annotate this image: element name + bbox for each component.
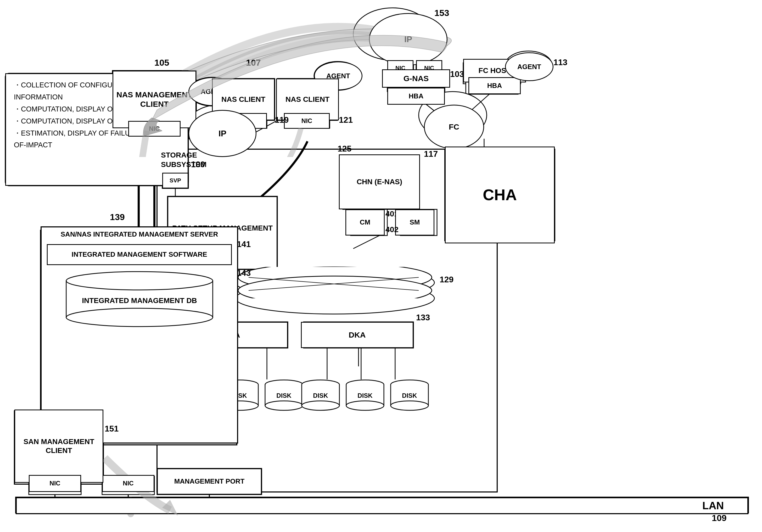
disk-3-svg: DISK	[264, 379, 304, 411]
label-402: 402	[385, 225, 399, 234]
ip-cloud-153: IP	[369, 13, 447, 65]
label-129: 129	[440, 275, 453, 284]
cm-box: CM	[345, 209, 385, 236]
cha-label: CHA	[483, 186, 517, 204]
nas-mgmt-client-box: NAS MANAGEMENT CLIENT	[113, 71, 196, 128]
lan-bar: LAN	[16, 497, 748, 514]
label-117: 117	[424, 149, 438, 159]
ip-cloud-100: IP	[189, 110, 257, 157]
svg-text:DISK: DISK	[357, 392, 373, 399]
label-125: 125	[338, 144, 351, 154]
gnas-box: G-NAS	[382, 69, 450, 88]
svg-point-104	[346, 401, 384, 410]
integrated-db-svg: INTEGRATED MANAGEMENT DB	[64, 270, 215, 328]
label-121: 121	[339, 115, 353, 125]
svg-point-114	[66, 308, 213, 327]
label-119: 119	[275, 115, 289, 125]
gnas-hba: HBA	[387, 88, 445, 105]
label-103: 103	[450, 69, 464, 79]
svg-text:INTEGRATED MANAGEMENT DB: INTEGRATED MANAGEMENT DB	[82, 296, 197, 305]
label-139: 139	[110, 212, 125, 222]
sm-box: SM	[395, 209, 434, 236]
fchost-hba: HBA	[468, 77, 521, 94]
label-113: 113	[554, 57, 567, 67]
nas-client-2-nic: NIC	[284, 113, 330, 129]
svg-line-71	[353, 236, 379, 249]
disk-6-svg: DISK	[390, 379, 429, 411]
label-141: 141	[237, 239, 251, 249]
svg-point-113	[66, 271, 213, 290]
server-nic-bottom: NIC	[102, 475, 154, 492]
management-port-box: MANAGEMENT PORT	[157, 468, 262, 494]
svp-box: SVP	[162, 173, 189, 189]
lan-label: LAN	[702, 500, 724, 511]
label-133: 133	[416, 313, 430, 322]
fc-cloud-117: FC	[424, 105, 484, 149]
label-153: 153	[434, 8, 449, 18]
dka2-box: DKA	[301, 322, 414, 348]
label-109: 109	[712, 513, 727, 523]
label-151: 151	[105, 424, 118, 434]
san-mgmt-client-box: SAN MANAGEMENT CLIENT	[14, 410, 103, 483]
diagram: ・COLLECTION OF CONFIGURATION INFORMATION…	[0, 0, 762, 532]
svg-text:DISK: DISK	[402, 392, 417, 399]
crossbar-switch	[236, 267, 434, 298]
san-mgmt-client-nic: NIC	[29, 475, 81, 492]
svg-point-110	[391, 401, 428, 410]
agent-oval-fchost: AGENT	[505, 52, 554, 81]
svg-point-92	[265, 401, 303, 410]
label-107: 107	[246, 57, 261, 68]
svg-text:DISK: DISK	[313, 392, 328, 399]
disk-5-svg: DISK	[345, 379, 385, 411]
nas-mgmt-client-nic: NIC	[128, 121, 181, 137]
svg-point-98	[302, 401, 340, 410]
integrated-db-container: INTEGRATED MANAGEMENT DB	[64, 270, 215, 328]
chn-enas-box: CHN (E-NAS)	[339, 154, 420, 209]
disk-4-svg: DISK	[301, 379, 340, 411]
cha-box: CHA	[445, 147, 555, 243]
label-143: 143	[237, 268, 251, 278]
san-nas-server-title: SAN/NAS INTEGRATED MANAGEMENT SERVER	[41, 227, 237, 242]
integrated-sw-box: INTEGRATED MANAGEMENT SOFTWARE	[47, 244, 232, 265]
label-105: 105	[154, 57, 169, 68]
svg-text:DISK: DISK	[276, 392, 291, 399]
storage-subsystem-label: STORAGE SUBSYSTEM	[161, 150, 234, 170]
